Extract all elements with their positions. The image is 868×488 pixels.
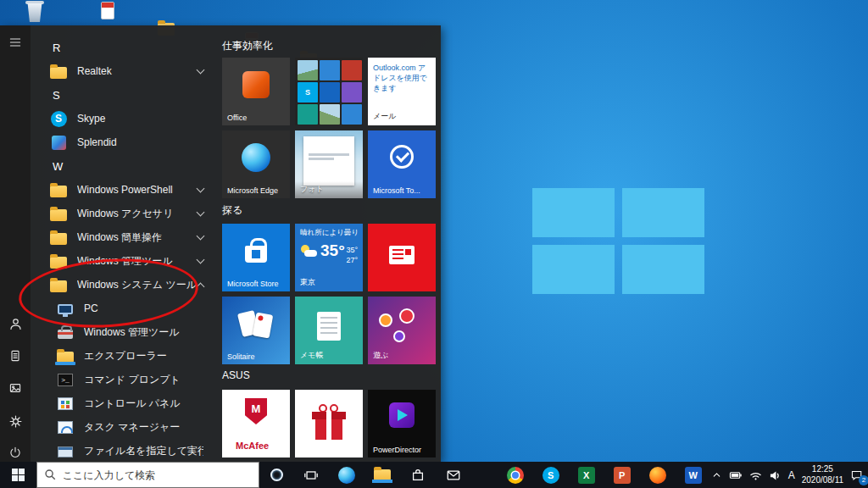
task-view-button[interactable] xyxy=(294,462,329,488)
tile-photos[interactable]: フォト xyxy=(295,130,363,198)
tile-microsoft-edge[interactable]: Microsoft Edge xyxy=(222,130,290,198)
shield-letter: M xyxy=(252,402,261,424)
document-icon xyxy=(8,349,22,363)
section-header-s[interactable]: S xyxy=(31,83,214,107)
tile-mcafee[interactable]: M McAfee xyxy=(222,390,290,458)
volume-button[interactable] xyxy=(769,469,782,481)
app-item-skype[interactable]: S Skype xyxy=(31,107,214,130)
app-item-windows-accessories[interactable]: Windows アクセサリ xyxy=(31,202,214,225)
chevron-down-icon xyxy=(197,256,205,264)
power-icon xyxy=(8,446,22,459)
section-header-w[interactable]: W xyxy=(31,154,214,178)
recycle-bin-icon[interactable] xyxy=(25,0,44,22)
taskbar-firefox-button[interactable] xyxy=(640,462,676,488)
taskbar-word-button[interactable]: W xyxy=(676,462,711,488)
mini-tile xyxy=(342,82,362,103)
weather-temp: 35° xyxy=(320,241,345,260)
tile-office[interactable]: Office xyxy=(222,58,290,125)
app-item-realtek[interactable]: Realtek xyxy=(31,59,214,83)
app-item-label: PC xyxy=(84,302,203,314)
app-item-command-prompt[interactable]: >_ コマンド プロンプト xyxy=(31,368,214,391)
tile-microsoft-todo[interactable]: Microsoft To... xyxy=(368,130,436,198)
tile-powerdirector[interactable]: PowerDirector xyxy=(368,390,436,458)
tile-solitaire[interactable]: Solitaire xyxy=(222,297,290,364)
command-prompt-icon: >_ xyxy=(56,374,75,386)
documents-button[interactable] xyxy=(7,347,24,364)
tile-games[interactable]: 遊ぶ xyxy=(368,297,436,364)
tile-app-folder[interactable]: S xyxy=(295,58,363,125)
app-item-label: Windows PowerShell xyxy=(77,184,198,196)
app-item-windows-ease-of-access[interactable]: Windows 簡単操作 xyxy=(31,225,214,249)
action-center-button[interactable]: 2 xyxy=(850,469,864,482)
app-item-splendid[interactable]: Splendid xyxy=(31,130,214,154)
speaker-icon xyxy=(769,469,782,481)
tile-label: Office xyxy=(227,114,247,122)
candy-icon xyxy=(379,313,392,327)
start-button[interactable] xyxy=(0,462,36,488)
taskbar-powerpoint-button[interactable]: P xyxy=(604,462,640,488)
powerdirector-logo-icon xyxy=(389,402,415,428)
gear-icon xyxy=(8,414,23,429)
taskbar-clock[interactable]: 12:25 2020/08/11 xyxy=(802,464,843,485)
taskbar-store-button[interactable] xyxy=(400,462,436,488)
app-item-windows-admin-tools-folder[interactable]: Windows 管理ツール xyxy=(31,249,214,273)
tile-group-title[interactable]: 探る xyxy=(222,203,242,218)
app-item-windows-system-tools-folder[interactable]: Windows システム ツール xyxy=(31,273,214,297)
task-view-icon xyxy=(303,468,319,483)
power-button[interactable] xyxy=(7,444,24,461)
tile-gift[interactable] xyxy=(295,390,363,458)
app-item-pc[interactable]: PC xyxy=(31,297,214,320)
logo-pane xyxy=(622,188,704,237)
app-item-windows-admin-tools[interactable]: Windows 管理ツール xyxy=(31,320,214,344)
weather-high: 35° xyxy=(346,245,358,255)
app-item-file-explorer[interactable]: エクスプローラー xyxy=(31,344,214,368)
candy-icon xyxy=(399,308,415,324)
tile-news[interactable] xyxy=(368,224,436,291)
account-button[interactable] xyxy=(7,315,24,332)
battery-button[interactable] xyxy=(729,469,743,481)
tile-notepad[interactable]: メモ帳 xyxy=(295,297,363,364)
taskbar-edge-button[interactable] xyxy=(329,462,364,488)
taskbar-file-explorer-button[interactable] xyxy=(364,462,400,488)
desktop-document-icon[interactable] xyxy=(101,2,114,19)
app-item-windows-powershell[interactable]: Windows PowerShell xyxy=(31,178,214,202)
app-item-task-manager[interactable]: タスク マネージャー xyxy=(31,415,214,439)
taskbar-chrome-button[interactable] xyxy=(498,462,533,488)
logo-pane xyxy=(532,245,615,294)
skype-letter: S xyxy=(55,113,62,125)
tile-weather[interactable]: 晴れ所により曇り 35° 35° 27° 東京 xyxy=(295,224,363,291)
tile-group-title[interactable]: 仕事効率化 xyxy=(222,39,273,53)
pictures-button[interactable] xyxy=(7,380,24,396)
taskbar-search[interactable] xyxy=(36,462,259,488)
mini-tile xyxy=(320,82,340,103)
tile-mail[interactable]: Outlook.com アドレスを使用できます メール xyxy=(368,58,436,125)
control-panel-icon xyxy=(56,397,75,410)
settings-button[interactable] xyxy=(7,413,24,430)
tile-label: McAfee xyxy=(236,441,269,451)
taskbar-skype-button[interactable]: S xyxy=(533,462,569,488)
taskbar-mail-button[interactable] xyxy=(436,462,471,488)
app-item-control-panel[interactable]: コントロール パネル xyxy=(31,391,214,415)
mail-envelope-icon xyxy=(446,468,461,483)
taskbar-excel-button[interactable]: X xyxy=(569,462,604,488)
cortana-button[interactable] xyxy=(259,462,294,488)
folder-icon xyxy=(49,278,68,292)
app-item-label: Skype xyxy=(77,113,203,125)
desktop: R Realtek S S Skype Splendid W Windows P… xyxy=(0,0,868,488)
start-app-list: R Realtek S S Skype Splendid W Windows P… xyxy=(31,25,214,462)
tile-label: 東京 xyxy=(300,277,315,288)
tile-microsoft-store[interactable]: Microsoft Store xyxy=(222,224,290,291)
expand-menu-button[interactable] xyxy=(7,34,24,51)
user-icon xyxy=(8,317,23,331)
weather-high-low: 35° 27° xyxy=(346,245,358,265)
app-item-run[interactable]: ファイル名を指定して実行 xyxy=(31,439,214,462)
chevron-down-icon xyxy=(197,185,205,193)
search-input[interactable] xyxy=(63,469,252,481)
hidden-icons-button[interactable] xyxy=(711,469,722,480)
ime-indicator[interactable]: A xyxy=(788,469,795,481)
hamburger-icon xyxy=(8,36,22,49)
network-button[interactable] xyxy=(749,469,762,481)
app-item-label: タスク マネージャー xyxy=(84,420,203,435)
section-header-r[interactable]: R xyxy=(31,36,214,59)
tile-group-title[interactable]: ASUS xyxy=(222,369,250,381)
